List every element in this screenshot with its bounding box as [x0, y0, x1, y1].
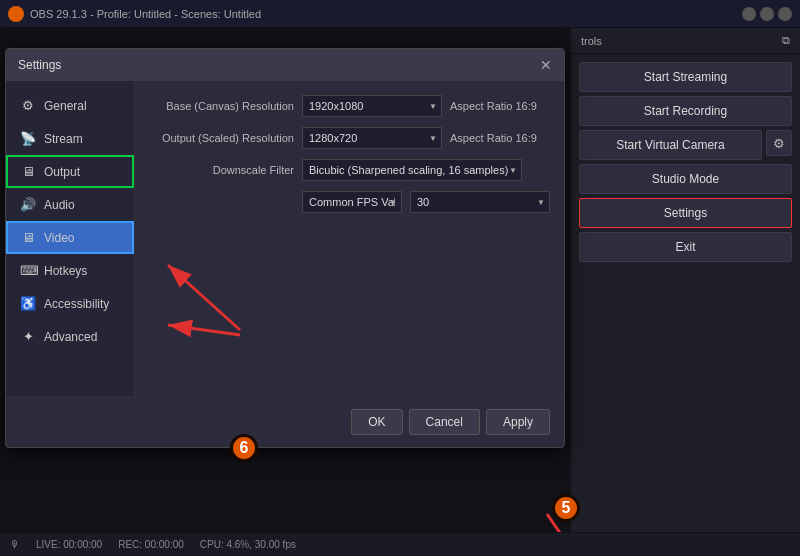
- minimize-button[interactable]: [742, 7, 756, 21]
- settings-content-area: Base (Canvas) Resolution 1920x1080 Aspec…: [135, 81, 564, 396]
- window-controls: [742, 7, 792, 21]
- output-resolution-wrapper: 1280x720: [302, 127, 442, 149]
- base-resolution-select[interactable]: 1920x1080: [302, 95, 442, 117]
- fps-type-select[interactable]: Common FPS Values: [302, 191, 402, 213]
- live-status: LIVE: 00:00:00: [36, 539, 102, 550]
- general-icon: ⚙: [20, 98, 36, 113]
- settings-nav-stream[interactable]: 📡 Stream: [6, 122, 134, 155]
- video-icon: 🖥: [20, 230, 36, 245]
- settings-nav-label-hotkeys: Hotkeys: [44, 264, 87, 278]
- audio-icon: 🔊: [20, 197, 36, 212]
- output-aspect-label: Aspect Ratio 16:9: [450, 132, 537, 144]
- settings-titlebar: Settings ✕: [6, 49, 564, 81]
- hotkeys-icon: ⌨: [20, 263, 36, 278]
- virtual-camera-row: Start Virtual Camera ⚙: [579, 130, 792, 160]
- obs-icon: [8, 6, 24, 22]
- settings-nav-label-video: Video: [44, 231, 74, 245]
- mic-icon: 🎙: [10, 539, 20, 550]
- output-resolution-select[interactable]: 1280x720: [302, 127, 442, 149]
- settings-dialog-title: Settings: [18, 58, 61, 72]
- settings-nav-accessibility[interactable]: ♿ Accessibility: [6, 287, 134, 320]
- apply-button[interactable]: Apply: [486, 409, 550, 435]
- start-virtual-camera-button[interactable]: Start Virtual Camera: [579, 130, 762, 160]
- settings-sidebar: ⚙ General 📡 Stream 🖥 Output: [6, 81, 135, 396]
- base-resolution-label: Base (Canvas) Resolution: [149, 100, 294, 112]
- obs-left-area: Settings ✕ ⚙ General 📡: [0, 28, 570, 532]
- settings-nav-label-audio: Audio: [44, 198, 75, 212]
- downscale-filter-row: Downscale Filter Bicubic (Sharpened scal…: [149, 159, 550, 181]
- settings-nav-label-stream: Stream: [44, 132, 83, 146]
- settings-nav-hotkeys[interactable]: ⌨ Hotkeys: [6, 254, 134, 287]
- annotation-badge-5: 5: [642, 414, 670, 442]
- start-streaming-button[interactable]: Start Streaming: [579, 62, 792, 92]
- accessibility-icon: ♿: [20, 296, 36, 311]
- settings-nav-label-accessibility: Accessibility: [44, 297, 109, 311]
- maximize-button[interactable]: [760, 7, 774, 21]
- controls-title: trols: [581, 35, 602, 47]
- settings-nav-audio[interactable]: 🔊 Audio: [6, 188, 134, 221]
- base-resolution-row: Base (Canvas) Resolution 1920x1080 Aspec…: [149, 95, 550, 117]
- downscale-select[interactable]: Bicubic (Sharpened scaling, 16 samples): [302, 159, 522, 181]
- controls-buttons: Start Streaming Start Recording Start Vi…: [571, 54, 800, 270]
- status-bar: 🎙 LIVE: 00:00:00 REC: 00:00:00 CPU: 4.6%…: [0, 532, 800, 556]
- settings-button[interactable]: Settings: [579, 198, 792, 228]
- settings-nav-video[interactable]: 🖥 Video: [6, 221, 134, 254]
- fps-value-select[interactable]: 30: [410, 191, 550, 213]
- downscale-label: Downscale Filter: [149, 164, 294, 176]
- dialog-footer: OK Cancel Apply: [6, 396, 564, 447]
- base-aspect-label: Aspect Ratio 16:9: [450, 100, 537, 112]
- output-resolution-row: Output (Scaled) Resolution 1280x720 Aspe…: [149, 127, 550, 149]
- rec-status: REC: 00:00:00: [118, 539, 184, 550]
- settings-nav-general[interactable]: ⚙ General: [6, 89, 134, 122]
- annotation-area: 5: [571, 270, 800, 532]
- settings-nav-advanced[interactable]: ✦ Advanced: [6, 320, 134, 353]
- base-resolution-wrapper: 1920x1080: [302, 95, 442, 117]
- studio-mode-button[interactable]: Studio Mode: [579, 164, 792, 194]
- obs-content: Settings ✕ ⚙ General 📡: [0, 28, 800, 532]
- stream-icon: 📡: [20, 131, 36, 146]
- controls-header: trols ⧉: [571, 28, 800, 54]
- settings-nav-label-advanced: Advanced: [44, 330, 97, 344]
- cpu-status: CPU: 4.6%, 30.00 fps: [200, 539, 296, 550]
- downscale-wrapper: Bicubic (Sharpened scaling, 16 samples): [302, 159, 522, 181]
- ok-button[interactable]: OK: [351, 409, 402, 435]
- settings-dialog: Settings ✕ ⚙ General 📡: [5, 48, 565, 448]
- window-title: OBS 29.1.3 - Profile: Untitled - Scenes:…: [30, 8, 742, 20]
- controls-icon: ⧉: [782, 34, 790, 47]
- obs-main: Settings ✕ ⚙ General 📡: [0, 28, 800, 556]
- title-bar: OBS 29.1.3 - Profile: Untitled - Scenes:…: [0, 0, 800, 28]
- settings-nav-output[interactable]: 🖥 Output: [6, 155, 134, 188]
- controls-panel: trols ⧉ Start Streaming Start Recording …: [570, 28, 800, 532]
- settings-nav-label-general: General: [44, 99, 87, 113]
- advanced-icon: ✦: [20, 329, 36, 344]
- virtual-camera-gear-icon[interactable]: ⚙: [766, 130, 792, 156]
- output-icon: 🖥: [20, 164, 36, 179]
- fps-value-wrapper: 30: [410, 191, 550, 213]
- cancel-button[interactable]: Cancel: [409, 409, 480, 435]
- output-resolution-label: Output (Scaled) Resolution: [149, 132, 294, 144]
- fps-type-wrapper: Common FPS Values: [302, 191, 402, 213]
- close-window-button[interactable]: [778, 7, 792, 21]
- fps-row: Common FPS Values 30: [149, 191, 550, 213]
- start-recording-button[interactable]: Start Recording: [579, 96, 792, 126]
- settings-close-button[interactable]: ✕: [540, 57, 552, 73]
- settings-nav-label-output: Output: [44, 165, 80, 179]
- exit-button[interactable]: Exit: [579, 232, 792, 262]
- settings-overlay: Settings ✕ ⚙ General 📡: [0, 28, 570, 532]
- settings-body: ⚙ General 📡 Stream 🖥 Output: [6, 81, 564, 396]
